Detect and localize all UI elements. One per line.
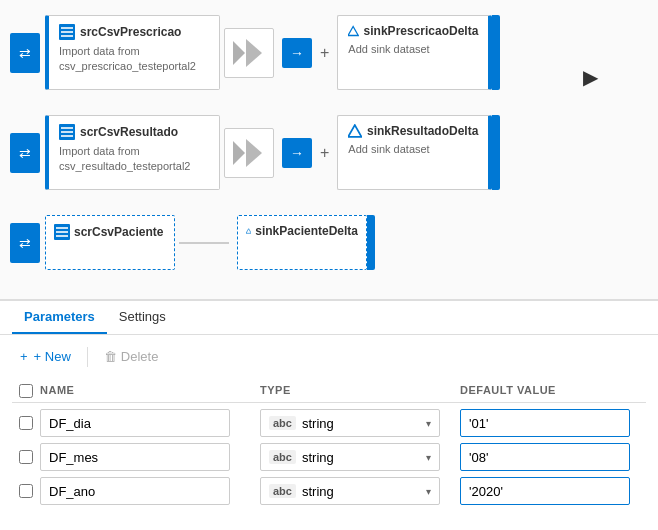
svg-marker-4 — [348, 27, 358, 36]
value-input-1[interactable] — [460, 443, 630, 471]
data-flow-icon-2: ⇄ — [19, 145, 31, 161]
table-header: NAME TYPE DEFAULT VALUE — [12, 380, 646, 403]
row-checkbox-2[interactable] — [19, 484, 33, 498]
table-row: abc string integer boolean float ▾ — [12, 477, 646, 505]
delta-icon-3 — [246, 224, 251, 238]
name-input-2[interactable] — [40, 477, 230, 505]
svg-rect-1 — [61, 27, 73, 29]
right-bar-3 — [367, 215, 375, 270]
svg-marker-9 — [348, 125, 362, 137]
name-input-0[interactable] — [40, 409, 230, 437]
source-node-2[interactable]: scrCsvResultado Import data from csv_res… — [45, 115, 220, 190]
row-checkbox-0[interactable] — [19, 416, 33, 430]
source-node-3-dashed[interactable]: scrCsvPaciente — [45, 215, 175, 270]
tab-settings[interactable]: Settings — [107, 301, 178, 334]
delete-button[interactable]: 🗑 Delete — [96, 345, 167, 368]
csv-icon-2 — [59, 124, 75, 140]
table-row: abc string integer boolean float ▾ — [12, 409, 646, 437]
pipeline-canvas: ⇄ srcCsvPrescricao Import data from csv_… — [0, 0, 658, 300]
tab-bar: Parameters Settings — [0, 301, 658, 335]
data-flow-icon: ⇄ — [19, 45, 31, 61]
header-type: TYPE — [260, 384, 460, 398]
source-node-1[interactable]: srcCsvPrescricao Import data from csv_pr… — [45, 15, 220, 90]
params-table: NAME TYPE DEFAULT VALUE abc string — [12, 380, 646, 505]
right-bar-2 — [492, 115, 500, 190]
cursor: ▶ — [583, 65, 598, 89]
trash-icon: 🗑 — [104, 349, 117, 364]
arrow-2 — [224, 128, 274, 178]
header-name: NAME — [40, 384, 260, 398]
table-row: abc string integer boolean float ▾ — [12, 443, 646, 471]
plus-sign-2: + — [316, 144, 333, 162]
delta-icon-2 — [348, 124, 362, 138]
sink-title-1: sinkPrescricaoDelta — [348, 24, 478, 38]
pipeline-row-1: ⇄ srcCsvPrescricao Import data from csv_… — [10, 15, 500, 90]
params-toolbar: + + New 🗑 Delete — [12, 345, 646, 368]
value-input-0[interactable] — [460, 409, 630, 437]
abc-badge-0: abc — [269, 416, 296, 430]
arrow-1 — [224, 28, 274, 78]
sink-node-3-dashed[interactable]: sinkPacienteDelta — [237, 215, 367, 270]
svg-marker-14 — [246, 229, 251, 234]
left-handle-3[interactable]: ⇄ — [10, 223, 40, 263]
type-select-0[interactable]: string integer boolean float — [302, 416, 420, 431]
connector-btn-2[interactable]: → — [282, 138, 312, 168]
left-handle-1[interactable]: ⇄ — [10, 33, 40, 73]
svg-rect-12 — [56, 231, 68, 233]
svg-rect-11 — [56, 227, 68, 229]
csv-icon-1 — [59, 24, 75, 40]
chevron-down-icon-0: ▾ — [426, 418, 431, 429]
sink-node-1[interactable]: sinkPrescricaoDelta Add sink dataset — [337, 15, 492, 90]
plus-sign-1: + — [316, 44, 333, 62]
chevron-down-icon-1: ▾ — [426, 452, 431, 463]
chevron-down-icon-2: ▾ — [426, 486, 431, 497]
connector-btn-1[interactable]: → — [282, 38, 312, 68]
toolbar-divider — [87, 347, 88, 367]
delete-label: Delete — [121, 349, 159, 364]
sink-subtitle-1: Add sink dataset — [348, 42, 478, 57]
value-input-2[interactable] — [460, 477, 630, 505]
left-handle-2[interactable]: ⇄ — [10, 133, 40, 173]
data-flow-icon-3: ⇄ — [19, 235, 31, 251]
partial-arrow-3 — [179, 242, 229, 244]
source-title-2: scrCsvResultado — [59, 124, 209, 140]
row-checkbox-1[interactable] — [19, 450, 33, 464]
pipeline-row-2: ⇄ scrCsvResultado Import data from csv_r… — [10, 115, 500, 190]
svg-rect-2 — [61, 31, 73, 33]
name-input-1[interactable] — [40, 443, 230, 471]
svg-rect-7 — [61, 131, 73, 133]
sink-subtitle-2: Add sink dataset — [348, 142, 478, 157]
type-select-2[interactable]: string integer boolean float — [302, 484, 420, 499]
svg-rect-3 — [61, 35, 73, 37]
source-subtitle-1: Import data from csv_prescricao_testepor… — [59, 44, 209, 75]
tab-parameters[interactable]: Parameters — [12, 301, 107, 334]
type-select-wrap-2: abc string integer boolean float ▾ — [260, 477, 440, 505]
new-button[interactable]: + + New — [12, 345, 79, 368]
select-all-checkbox[interactable] — [19, 384, 33, 398]
type-select-wrap-0: abc string integer boolean float ▾ — [260, 409, 440, 437]
abc-badge-2: abc — [269, 484, 296, 498]
source-subtitle-2: Import data from csv_resultado_testeport… — [59, 144, 209, 175]
svg-rect-8 — [61, 135, 73, 137]
new-label: + New — [34, 349, 71, 364]
svg-rect-6 — [61, 127, 73, 129]
type-select-wrap-1: abc string integer boolean float ▾ — [260, 443, 440, 471]
pipeline-row-3: ⇄ scrCsvPaciente sinkPacienteDelta — [10, 215, 375, 270]
sink-node-2[interactable]: sinkResultadoDelta Add sink dataset — [337, 115, 492, 190]
delta-icon-1 — [348, 24, 358, 38]
type-select-1[interactable]: string integer boolean float — [302, 450, 420, 465]
sink-title-2: sinkResultadoDelta — [348, 124, 478, 138]
svg-rect-13 — [56, 235, 68, 237]
source-title-1: srcCsvPrescricao — [59, 24, 209, 40]
panel-content: + + New 🗑 Delete NAME TYPE DEFAULT VALUE — [0, 335, 658, 521]
abc-badge-1: abc — [269, 450, 296, 464]
header-default-value: DEFAULT VALUE — [460, 384, 646, 398]
right-bar-1 — [492, 15, 500, 90]
csv-icon-3 — [54, 224, 70, 240]
bottom-panel: Parameters Settings + + New 🗑 Delete NAM… — [0, 300, 658, 530]
plus-icon: + — [20, 349, 28, 364]
